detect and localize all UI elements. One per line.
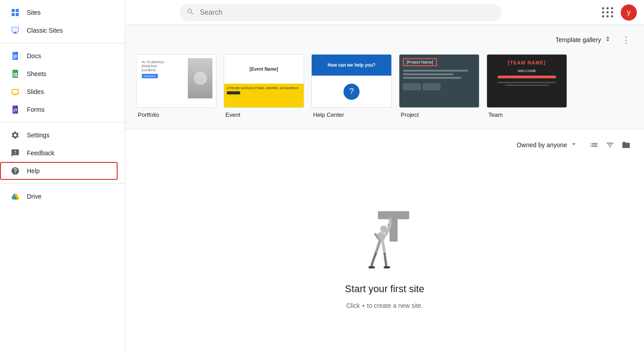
help-label: Help — [27, 167, 40, 174]
owned-by-button[interactable]: Owned by anyone — [511, 136, 583, 153]
svg-rect-29 — [15, 110, 17, 111]
svg-rect-12 — [13, 56, 17, 57]
content-toolbar: Owned by anyone — [125, 129, 644, 160]
slides-icon — [11, 87, 20, 96]
svg-rect-19 — [13, 76, 15, 77]
settings-icon — [11, 131, 20, 140]
more-options-button[interactable]: ⋮ — [619, 33, 633, 47]
template-gallery-label: Template gallery — [555, 36, 601, 43]
feedback-icon — [11, 149, 20, 157]
sidebar-item-feedback[interactable]: Feedback — [0, 144, 118, 162]
template-card-project[interactable]: [Project Name] Project — [399, 54, 479, 118]
template-thumb-event: [Event Name] A friendly summary of talks… — [224, 54, 304, 108]
divider-2 — [0, 122, 125, 123]
divider-1 — [0, 43, 125, 43]
svg-rect-22 — [13, 90, 18, 94]
svg-rect-31 — [378, 211, 409, 219]
sidebar: Sites Classic Sites Docs — [0, 0, 125, 353]
search-bar[interactable] — [179, 4, 501, 21]
template-label-event: Event — [224, 111, 304, 118]
sidebar-item-forms[interactable]: Forms — [0, 101, 118, 119]
svg-rect-30 — [13, 111, 15, 112]
sidebar-item-docs[interactable]: Docs — [0, 47, 118, 65]
svg-rect-11 — [13, 55, 17, 56]
apps-grid-button[interactable] — [598, 4, 617, 21]
svg-rect-20 — [15, 76, 17, 77]
svg-rect-3 — [16, 13, 19, 16]
template-thumb-project: [Project Name] — [399, 54, 479, 108]
sidebar-item-sheets[interactable]: Sheets — [0, 65, 118, 83]
template-card-help-center[interactable]: How can we help you? ? Help Center — [311, 54, 392, 118]
svg-rect-8 — [14, 32, 16, 33]
sidebar-item-slides[interactable]: Slides — [0, 83, 118, 101]
list-view-button[interactable] — [587, 138, 601, 152]
sidebar-item-drive[interactable]: Drive — [0, 187, 118, 205]
main-content: y Template gallery ⋮ — [125, 0, 644, 353]
sidebar-item-sites[interactable]: Sites — [0, 4, 118, 21]
slides-label: Slides — [27, 88, 44, 95]
forms-label: Forms — [27, 106, 45, 113]
svg-rect-18 — [15, 74, 17, 75]
template-label-project: Project — [399, 111, 479, 118]
svg-rect-26 — [13, 109, 15, 110]
template-thumb-team: [TEAM NAME] WELCOME — [487, 54, 567, 108]
template-label-team: Team — [487, 111, 567, 118]
svg-rect-36 — [384, 266, 390, 268]
drive-icon — [11, 192, 20, 201]
sites-label: Sites — [27, 9, 41, 16]
svg-rect-1 — [16, 9, 19, 12]
settings-label: Settings — [27, 132, 50, 139]
empty-illustration — [353, 204, 416, 276]
sheets-label: Sheets — [27, 70, 47, 77]
empty-title: Start your first site — [345, 283, 424, 295]
sheets-icon — [11, 69, 20, 78]
template-gallery-button[interactable]: Template gallery — [552, 32, 615, 47]
svg-rect-6 — [13, 28, 18, 31]
svg-rect-17 — [13, 74, 15, 75]
header-right: y — [598, 4, 637, 21]
docs-icon — [11, 51, 20, 60]
feedback-label: Feedback — [27, 149, 54, 157]
svg-rect-28 — [13, 110, 15, 111]
template-area: Template gallery ⋮ Hi, I'm [Name] a[Role… — [125, 25, 644, 129]
folder-view-button[interactable] — [619, 138, 633, 152]
svg-rect-13 — [13, 58, 16, 59]
empty-subtitle: Click + to create a new site. — [346, 302, 423, 309]
search-icon — [186, 8, 195, 17]
template-label-portfolio: Portfolio — [136, 111, 216, 118]
svg-rect-10 — [13, 52, 16, 60]
view-buttons — [587, 138, 633, 152]
header: y — [125, 0, 644, 25]
help-icon — [11, 166, 20, 175]
svg-rect-15 — [13, 73, 15, 74]
svg-rect-16 — [15, 73, 17, 74]
svg-rect-35 — [369, 266, 375, 268]
template-card-portfolio[interactable]: Hi, I'm [Name] a[Role] from[Location] So… — [136, 54, 216, 118]
template-toolbar: Template gallery ⋮ — [136, 32, 633, 47]
empty-state: Start your first site Click + to create … — [125, 160, 644, 353]
forms-icon — [11, 105, 20, 114]
svg-rect-0 — [12, 9, 15, 12]
sort-button[interactable] — [603, 138, 617, 152]
svg-rect-24 — [13, 95, 17, 95]
divider-3 — [0, 183, 125, 184]
template-card-event[interactable]: [Event Name] A friendly summary of talks… — [224, 54, 304, 118]
dropdown-arrow-icon — [570, 140, 578, 149]
docs-label: Docs — [27, 52, 41, 60]
avatar[interactable]: y — [621, 4, 637, 21]
template-thumb-portfolio: Hi, I'm [Name] a[Role] from[Location] So… — [136, 54, 216, 108]
search-input[interactable] — [200, 9, 494, 17]
template-label-help-center: Help Center — [311, 111, 392, 118]
classic-sites-icon — [11, 26, 20, 35]
sidebar-item-help[interactable]: Help — [0, 162, 118, 180]
owned-by-label: Owned by anyone — [517, 141, 567, 149]
svg-rect-2 — [12, 13, 15, 16]
sidebar-item-classic-sites[interactable]: Classic Sites — [0, 21, 118, 39]
template-card-team[interactable]: [TEAM NAME] WELCOME Team — [487, 54, 567, 118]
drive-label: Drive — [27, 193, 42, 200]
templates-row: Hi, I'm [Name] a[Role] from[Location] So… — [136, 54, 633, 118]
sites-icon — [11, 8, 20, 17]
classic-sites-label: Classic Sites — [27, 27, 63, 34]
sidebar-item-settings[interactable]: Settings — [0, 126, 118, 144]
template-thumb-help-center: How can we help you? ? — [311, 54, 392, 108]
